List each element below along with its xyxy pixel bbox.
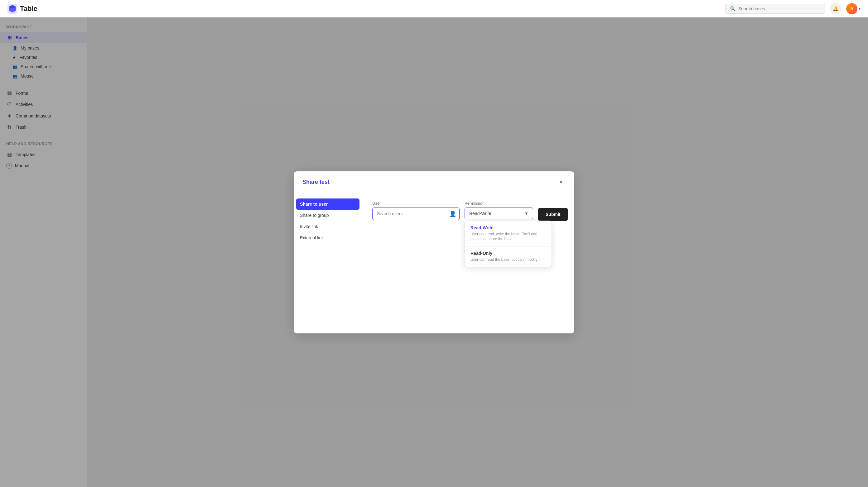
top-nav-right: 🔍 🔔 A ▾ [725,3,861,14]
submit-button[interactable]: Submit [538,208,568,221]
avatar-chevron[interactable]: ▾ [859,6,861,11]
modal-title-name: test [319,179,330,185]
dropdown-option-read-write[interactable]: Read-Write User can read, write the base… [465,221,552,247]
dropdown-option-rw-title: Read-Write [470,225,546,230]
search-icon: 🔍 [730,6,736,11]
submit-field-group: Submit [538,201,568,221]
permission-select-text: Read-Write [469,211,522,216]
modal-sidebar: Share to user Share to group Invite link… [294,192,362,333]
permission-wrap: Read-Write ▼ Read-Write User can read, w… [465,207,533,219]
modal-tab-invite-link[interactable]: Invite link [294,221,362,232]
modal-title-prefix: Share [303,179,319,185]
modal-tab-share-to-group[interactable]: Share to group [294,210,362,221]
dropdown-option-ro-desc: User can read the base, but can't modify… [470,257,546,262]
share-modal: Share test × Share to user Share to grou… [294,171,574,333]
permission-dropdown: Read-Write User can read, write the base… [465,221,552,267]
permission-select[interactable]: Read-Write ▼ [465,207,533,219]
permission-chevron-icon: ▼ [524,211,528,216]
notification-bell[interactable]: 🔔 [830,3,841,14]
dropdown-option-rw-desc: User can read, write the base. Can't add… [470,231,546,242]
modal-body: Share to user Share to group Invite link… [294,192,574,333]
permission-field-label: Permission [465,201,533,206]
permission-field-group: Permission Read-Write ▼ Read-Write User … [465,201,533,219]
logo-icon [7,4,18,14]
dropdown-option-read-only[interactable]: Read-Only User can read the base, but ca… [465,247,552,267]
top-nav: Table 🔍 🔔 A ▾ [0,0,868,18]
modal-tab-external-link[interactable]: External link [294,232,362,244]
avatar-group: A ▾ [846,3,861,14]
app-logo: Table [7,4,37,14]
search-input[interactable] [738,6,820,11]
modal-close-button[interactable]: × [556,177,565,187]
modal-overlay[interactable]: Share test × Share to user Share to grou… [0,18,868,487]
modal-tab-share-to-user[interactable]: Share to user [296,198,360,210]
user-field-label: User [372,201,460,206]
user-field-group: User 👤 [372,201,460,220]
user-add-icon: 👤 [449,210,456,217]
share-form-row: User 👤 Permission Read [372,201,568,221]
avatar[interactable]: A [846,3,858,14]
modal-header: Share test × [294,171,574,192]
search-bar[interactable]: 🔍 [725,4,825,14]
app-title: Table [20,5,37,13]
user-search-wrap: 👤 [372,207,460,220]
user-search-input[interactable] [373,208,446,219]
modal-main: User 👤 Permission Read [362,192,578,333]
dropdown-option-ro-title: Read-Only [470,251,546,256]
modal-title: Share test [303,179,330,185]
user-search-icon-button[interactable]: 👤 [446,208,459,220]
